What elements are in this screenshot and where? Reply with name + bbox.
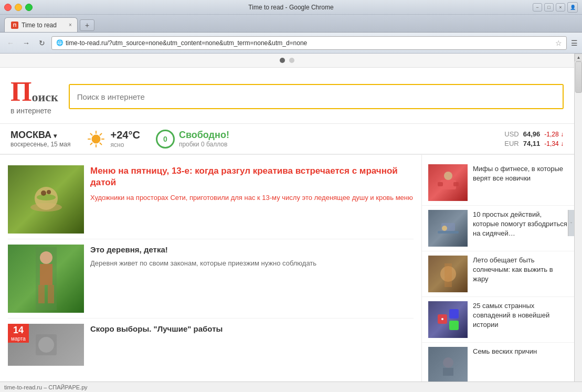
article-thumbnail-small[interactable]	[428, 210, 468, 247]
svg-point-15	[40, 251, 52, 264]
article-thumbnail-small[interactable]	[428, 347, 468, 384]
browser-menu-button[interactable]: ☰	[571, 39, 578, 47]
girl-icon	[25, 247, 67, 310]
svg-point-13	[47, 190, 51, 194]
reason-icon	[435, 352, 461, 378]
svg-point-34	[443, 357, 453, 368]
search-input[interactable]	[70, 85, 563, 108]
city-dropdown-icon[interactable]	[54, 130, 57, 141]
article-item: Меню на пятницу, 13-е: когда разгул креа…	[8, 160, 414, 239]
article-title[interactable]: Меню на пятницу, 13-е: когда разгул креа…	[90, 165, 414, 188]
svg-rect-35	[443, 368, 453, 376]
badge-month: марта	[11, 336, 26, 342]
reload-button[interactable]: ↻	[36, 37, 48, 49]
weather-info: +24°C ясно	[111, 129, 140, 149]
forward-button[interactable]: →	[20, 37, 33, 49]
vote-icon	[30, 329, 62, 361]
svg-rect-18	[48, 285, 54, 303]
banner-dot-2[interactable]	[289, 58, 294, 63]
traffic-info: Свободно! пробки 0 баллов	[179, 130, 229, 148]
logo-subtext: в интернете	[10, 107, 51, 115]
minimize-button[interactable]	[15, 4, 22, 11]
right-article-title[interactable]: Семь веских причин	[473, 347, 568, 356]
article-thumbnail-small[interactable]	[428, 256, 468, 292]
svg-point-20	[38, 337, 54, 353]
address-text: time-to-read.ru/?utm_source=none&utm_con…	[66, 39, 553, 47]
city-name[interactable]: МОСКВА	[10, 130, 71, 141]
traffic-status: Свободно!	[179, 130, 229, 141]
maximize-button[interactable]	[25, 4, 33, 11]
article-thumbnail[interactable]: 14 марта	[8, 324, 84, 366]
eur-value: 74,11	[523, 140, 541, 147]
usd-value: 64,96	[523, 130, 541, 138]
new-tab-button[interactable]: +	[80, 19, 94, 31]
scrollbar[interactable]: ▲ ▼	[574, 54, 582, 392]
search-input-wrapper[interactable]	[69, 84, 564, 109]
active-tab[interactable]: Time to read ×	[4, 17, 78, 32]
info-bar: МОСКВА воскресенье, 15 мая	[0, 124, 574, 155]
tab-favicon	[11, 22, 18, 29]
search-section: П оиск в интернете	[0, 68, 574, 124]
weather-block: +24°C ясно	[87, 129, 140, 149]
back-button[interactable]: ←	[4, 37, 17, 49]
right-article-item: Мифы о фитнесе, в которые верят все нови…	[422, 160, 574, 206]
article-summary[interactable]: Художники на просторах Сети, приготовили…	[90, 193, 414, 203]
svg-point-33	[441, 318, 443, 320]
window-controls[interactable]	[4, 4, 33, 11]
tab-close-button[interactable]: ×	[67, 22, 74, 29]
chrome-ctrl-1[interactable]: −	[533, 3, 542, 12]
svg-rect-32	[449, 321, 459, 330]
dice-icon	[435, 306, 461, 333]
chrome-ctrl-3[interactable]: ×	[556, 3, 565, 12]
office-icon	[435, 215, 461, 241]
article-body: Лето обещает быть солнечным: как выжить …	[473, 256, 568, 284]
sun-icon	[87, 130, 105, 149]
svg-line-5	[90, 133, 92, 135]
right-article-title[interactable]: Лето обещает быть солнечным: как выжить …	[473, 256, 568, 284]
badge-day: 14	[11, 325, 26, 336]
banner-dot-1[interactable]	[280, 58, 285, 63]
logo-area: П оиск в интернете	[10, 78, 58, 115]
rates-block: USD 64,96 -1,28 ↓ EUR 74,11 -1,34 ↓	[504, 130, 564, 147]
article-body: 10 простых действий, которые помогут взб…	[473, 210, 568, 239]
window-title: Time to read - Google Chrome	[248, 4, 333, 11]
page-icon: 🌐	[56, 39, 64, 46]
svg-rect-23	[438, 182, 443, 186]
bottom-status-bar: time-to-read.ru – СПАЙРАРЕ.ру	[0, 382, 582, 392]
article-body: Меню на пятницу, 13-е: когда разгул креа…	[90, 165, 414, 203]
scrollbar-arrow-up[interactable]: ▲	[575, 54, 582, 61]
main-content: Меню на пятницу, 13-е: когда разгул креа…	[0, 155, 574, 392]
svg-point-12	[41, 190, 46, 196]
article-body: Скоро выборы. "Лучшие" работы	[90, 324, 414, 337]
svg-rect-25	[438, 231, 459, 234]
chrome-ctrl-2[interactable]: □	[544, 3, 554, 12]
city-block: МОСКВА воскресенье, 15 мая	[10, 130, 71, 148]
articles-right: Мифы о фитнесе, в которые верят все нови…	[422, 155, 574, 392]
article-body: Семь веских причин	[473, 347, 568, 356]
right-article-item: 10 простых действий, которые помогут взб…	[422, 206, 574, 251]
close-button[interactable]	[4, 4, 12, 11]
scrollbar-thumb[interactable]	[575, 61, 582, 93]
right-article-item: 25 самых странных совпадений в новейшей …	[422, 297, 574, 343]
bookmark-button[interactable]: ☆	[555, 39, 562, 47]
city-date: воскресенье, 15 мая	[10, 141, 71, 148]
page-inner: П оиск в интернете МОСКВА воскресенье, 1…	[0, 54, 574, 392]
profile-button[interactable]: 👤	[567, 2, 578, 13]
svg-rect-29	[445, 263, 452, 287]
usd-rate-row: USD 64,96 -1,28 ↓	[504, 130, 564, 138]
article-thumbnail[interactable]	[8, 165, 84, 234]
right-article-title[interactable]: 25 самых странных совпадений в новейшей …	[473, 301, 568, 330]
article-title[interactable]: Это деревня, детка!	[90, 245, 414, 255]
date-badge: 14 марта	[8, 324, 29, 343]
right-panel-toggle[interactable]: ›	[568, 210, 574, 236]
right-article-title[interactable]: 10 простых действий, которые помогут взб…	[473, 210, 568, 239]
article-thumbnail-small[interactable]	[428, 164, 468, 201]
article-thumbnail[interactable]	[8, 245, 84, 313]
eur-change: -1,34 ↓	[544, 140, 564, 147]
browser-chrome-controls[interactable]: − □ × 👤	[533, 2, 578, 13]
address-bar[interactable]: 🌐 time-to-read.ru/?utm_source=none&utm_c…	[51, 36, 567, 50]
eur-label: EUR	[504, 140, 518, 147]
article-thumbnail-small[interactable]	[428, 301, 468, 338]
article-title[interactable]: Скоро выборы. "Лучшие" работы	[90, 324, 414, 334]
right-article-title[interactable]: Мифы о фитнесе, в которые верят все нови…	[473, 164, 568, 183]
